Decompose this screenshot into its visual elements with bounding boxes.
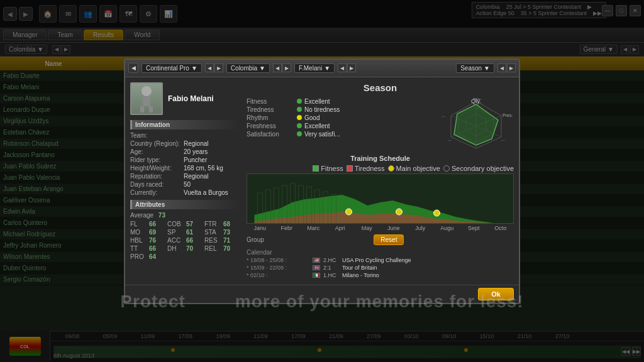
event-name: USA Pro Cycling Challenge xyxy=(342,257,411,263)
group-label: Group xyxy=(247,236,264,243)
chart-month-label: Febr xyxy=(274,225,301,231)
chart-month-label: May xyxy=(353,225,380,231)
legend-secondary-obj: Secondary objective xyxy=(443,165,514,172)
event-name: Milano - Torino xyxy=(342,272,379,278)
attributes-section: Attributes Average 73 FL66COB57FTR68MO69… xyxy=(130,200,240,260)
stat-freshness: Freshness Excellent xyxy=(247,123,432,129)
modal-nation-dropdown[interactable]: Colombia ▼ xyxy=(226,63,270,73)
modal-view-prev[interactable]: ◀ xyxy=(497,63,506,72)
info-age: Age: 20 years xyxy=(130,148,240,155)
training-chart[interactable] xyxy=(247,173,514,224)
modal-team-dropdown[interactable]: Continental Pro ▼ xyxy=(142,63,202,73)
event-flag: 🇮🇹 xyxy=(313,273,320,278)
svg-text:...: ... xyxy=(448,137,452,141)
modal-player-nav: ◀ ▶ xyxy=(338,63,356,72)
player-name: Fabio Melani xyxy=(168,94,214,103)
info-country: Country (Region): Regional xyxy=(130,140,240,147)
modal-view-next[interactable]: ▶ xyxy=(507,63,516,72)
event-dates: * 19/08 - 25/08 : xyxy=(247,257,309,263)
svg-point-20 xyxy=(434,210,440,216)
fitness-dot xyxy=(297,99,302,104)
modal-team-next[interactable]: ▶ xyxy=(214,63,223,72)
reset-button[interactable]: Reset xyxy=(374,234,404,245)
player-avatar xyxy=(130,82,163,115)
group-reset-row: Group Reset xyxy=(247,233,514,246)
legend-tiredness: Tiredness xyxy=(347,165,385,172)
satisfaction-dot xyxy=(297,131,302,136)
modal-team-prev[interactable]: ◀ xyxy=(205,63,214,72)
svg-rect-1 xyxy=(143,96,150,106)
chart-month-label: Janu xyxy=(247,225,274,231)
info-days: Days raced: 50 xyxy=(130,181,240,188)
calendar-section: Calendar * 19/08 - 25/08 : 🇺🇸 2.HC USA P… xyxy=(247,249,514,278)
calendar-events: * 19/08 - 25/08 : 🇺🇸 2.HC USA Pro Cyclin… xyxy=(247,257,514,278)
attr-average: Average 73 xyxy=(130,212,240,219)
attr-item: TT66 xyxy=(130,245,166,252)
attr-item: DH70 xyxy=(167,245,203,252)
svg-point-0 xyxy=(142,86,152,96)
rhythm-dot xyxy=(297,115,302,120)
modal-player-dropdown[interactable]: F.Melani ▼ xyxy=(294,63,335,73)
calendar-event-item: * 15/09 - 22/09 : 🇬🇧 2:1 Tour of Britain xyxy=(247,265,514,271)
info-section-title: Information xyxy=(130,120,240,129)
stat-satisfaction: Satisfaction Very satisfi... xyxy=(247,131,432,138)
modal-top-bar: ◀ Continental Pro ▼ ◀ ▶ Colombia ▼ ◀ ▶ F… xyxy=(125,60,519,77)
legend-area: Fitness Tiredness Main objective Seconda… xyxy=(247,165,514,172)
event-flag: 🇬🇧 xyxy=(313,265,320,270)
info-height: Height/Weight: 168 cm, 56 kg xyxy=(130,165,240,172)
season-content: Fitness Excellent Tiredness No tiredness… xyxy=(247,98,514,155)
chart-month-label: Augu xyxy=(434,225,461,231)
event-dates: * 15/09 - 22/09 : xyxy=(247,265,309,271)
modal-overlay: ◀ Continental Pro ▼ ◀ ▶ Colombia ▼ ◀ ▶ F… xyxy=(0,0,644,362)
modal-player-prev[interactable]: ◀ xyxy=(338,63,347,72)
chart-month-label: Marc xyxy=(300,225,327,231)
attributes-title: Attributes xyxy=(130,200,240,209)
modal-nation-prev[interactable]: ◀ xyxy=(273,63,282,72)
modal-team-nav: ◀ ▶ xyxy=(205,63,223,72)
attr-item: COB57 xyxy=(167,221,203,228)
modal-player-next[interactable]: ▶ xyxy=(347,63,356,72)
stat-rhythm: Rhythm Good xyxy=(247,114,432,121)
attr-item: FTR68 xyxy=(204,221,240,228)
chart-month-label: Sept xyxy=(460,225,487,231)
svg-text:Pres.: Pres. xyxy=(502,113,513,118)
attr-item: RES71 xyxy=(204,237,240,244)
chart-month-label: Apri xyxy=(327,225,354,231)
modal-back[interactable]: ◀ xyxy=(128,63,138,73)
svg-point-18 xyxy=(346,209,352,215)
chart-month-label: June xyxy=(380,225,408,231)
event-dates: * 02/10 : xyxy=(247,272,309,278)
attr-item: MO69 xyxy=(130,229,166,236)
event-category: 1.HC xyxy=(323,272,339,278)
modal-body: Fabio Melani Information Team: Country (… xyxy=(125,77,519,285)
attr-item: ACC66 xyxy=(167,237,203,244)
freshness-dot xyxy=(297,123,302,128)
svg-point-19 xyxy=(396,209,402,215)
event-flag: 🇺🇸 xyxy=(313,258,320,263)
attr-item: FL66 xyxy=(130,221,166,228)
season-stats: Fitness Excellent Tiredness No tiredness… xyxy=(247,98,432,155)
attr-item: HBL76 xyxy=(130,237,166,244)
svg-text:...: ... xyxy=(501,137,505,141)
calendar-event-item: * 02/10 : 🇮🇹 1.HC Milano - Torino xyxy=(247,272,514,278)
modal-nation-next[interactable]: ▶ xyxy=(282,63,291,72)
attr-item: REL70 xyxy=(204,245,240,252)
left-panel: Fabio Melani Information Team: Country (… xyxy=(130,82,240,280)
modal-nation-nav: ◀ ▶ xyxy=(273,63,291,72)
modal-view-dropdown[interactable]: Season ▼ xyxy=(456,63,494,73)
ok-button[interactable]: Ok xyxy=(478,288,514,300)
legend-main-obj: Main objective xyxy=(388,165,440,172)
svg-text:...: ... xyxy=(441,113,445,118)
event-name: Tour of Britain xyxy=(342,265,377,271)
svg-rect-2 xyxy=(140,106,144,112)
event-category: 2:1 xyxy=(323,265,339,271)
chart-month-label: Octo xyxy=(487,225,514,231)
calendar-header: Calendar xyxy=(247,249,514,256)
info-team: Team: xyxy=(130,132,240,139)
stat-tiredness: Tiredness No tiredness xyxy=(247,106,432,113)
season-title: Season xyxy=(247,82,514,93)
chart-month-label: July xyxy=(407,225,434,231)
attr-item: SP61 xyxy=(167,229,203,236)
info-reputation: Reputation: Regional xyxy=(130,173,240,180)
tiredness-dot xyxy=(297,107,302,112)
